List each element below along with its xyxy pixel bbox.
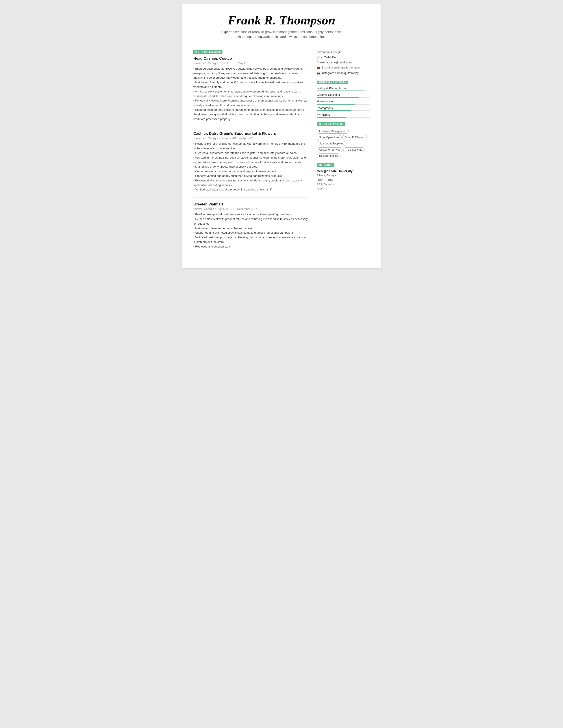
candidate-name: Frank R. Thompson: [193, 13, 370, 27]
interest-name: Photography: [317, 106, 370, 110]
bullet: • Properly verified age of any customer …: [193, 174, 308, 178]
linkedin-url: linkedin.com/in/frankrthompson: [322, 65, 361, 70]
interest-bar-bg: [317, 104, 370, 105]
interest-bar-fill: [317, 91, 364, 91]
job-bullets: • Responsible for providing our customer…: [193, 142, 308, 192]
skill-tag: POS Systems: [343, 147, 365, 152]
candidate-tagline: Experienced cashier ready to grow into m…: [215, 30, 348, 39]
bullet: • Helped sales desk with product returns…: [193, 217, 308, 226]
bullet: • Assisted in merchandising, such as sto…: [193, 155, 308, 165]
job-location-date: Atlanta, Georgia • August 2013 — Decembe…: [193, 207, 308, 211]
job-bullets: • Ensured each customer receives outstan…: [193, 67, 308, 122]
contact-instagram: 📷 instagram.com/in/quitefrankly: [317, 70, 370, 76]
interest-item: Homebrewing: [317, 100, 370, 105]
bullet: • Greeted all customers, operate the cas…: [193, 151, 308, 155]
bullet: • Verified cash balances at the beginnin…: [193, 187, 308, 192]
interest-bar-bg: [317, 91, 370, 91]
sidebar-column: Savannah, Georgia (912) 224-9452 frankth…: [317, 50, 370, 259]
bullet: • Periodically walked store to ensure aw…: [193, 98, 308, 108]
instagram-url: instagram.com/in/quitefrankly: [322, 70, 359, 76]
header-section: Frank R. Thompson Experienced cashier re…: [193, 13, 370, 44]
resume-container: Frank R. Thompson Experienced cashier re…: [182, 4, 381, 268]
bullet: • Validated customer purchase by checkin…: [193, 235, 308, 244]
interests-section: INTERESTS & HOBBIES Writing & Playing Mu…: [317, 80, 370, 118]
bullet: • Retrieved and stocked carts.: [193, 244, 308, 249]
bullet: • Maintained orderly appearance of check…: [193, 164, 308, 169]
contact-linkedin: 💼 linkedin.com/in/frankrthompson: [317, 65, 370, 70]
bullet: • Ensured each customer receives outstan…: [193, 67, 308, 80]
job-title: Cashier, Dairy Green's Supermarket & Flo…: [193, 131, 308, 136]
contact-phone: (912) 224-9452: [317, 55, 370, 60]
interest-item: Writing & Playing Music: [317, 87, 370, 91]
work-experience-label: WORK EXPERIENCE: [193, 50, 222, 54]
interests-label: INTERESTS & HOBBIES: [317, 81, 348, 84]
interest-bar-fill: [317, 110, 351, 111]
skill-tag: Customer Service: [317, 147, 343, 152]
edu-school: Georgia State University: [317, 169, 370, 173]
bullet: • Arrived to work station on time, appro…: [193, 89, 308, 99]
job-item: Head Cashier, Costco Savannah, Georgia •…: [193, 56, 308, 127]
edu-location: Atlanta, Georgia: [317, 173, 370, 178]
bullet: • Provided exceptional customer service …: [193, 212, 308, 217]
interests-list: Writing & Playing Music Ceramic Sculptin…: [317, 87, 370, 118]
job-location-date: Savannah, Georgia • April 2016 — May 201…: [193, 61, 308, 65]
skill-tag: Order Fulfillment: [342, 135, 367, 140]
job-location-date: Savannah, Georgia • January 2015 — April…: [193, 137, 308, 140]
job-title: Greeter, Walmart: [193, 202, 308, 207]
interest-bar-bg: [317, 97, 370, 98]
skill-tag: Store Operations: [317, 135, 342, 140]
interest-name: Fly Fishing: [317, 113, 370, 116]
skills-label: SKILLS & EXPERTISE: [317, 122, 345, 126]
interest-name: Ceramic Sculpting: [317, 93, 370, 96]
instagram-icon: 📷: [317, 71, 320, 75]
bullet: • Responsible for providing our customer…: [193, 142, 308, 151]
main-column: WORK EXPERIENCE Head Cashier, Costco Sav…: [193, 50, 308, 259]
education-label: EDUCATION: [317, 163, 334, 167]
interest-bar-fill: [317, 104, 355, 105]
job-title: Head Cashier, Costco: [193, 56, 308, 61]
job-bullets: • Provided exceptional customer service …: [193, 212, 308, 249]
interest-bar-bg: [317, 117, 370, 118]
skills-list: Inventory ManagementStore OperationsOrde…: [317, 128, 370, 159]
bullet: • Processed all customer sales transacti…: [193, 178, 308, 188]
skill-tag: Record Keeping: [317, 153, 341, 158]
linkedin-icon: 💼: [317, 66, 320, 69]
job-item: Greeter, Walmart Atlanta, Georgia • Augu…: [193, 202, 308, 254]
interest-item: Photography: [317, 106, 370, 111]
interest-item: Ceramic Sculpting: [317, 93, 370, 98]
education-section: EDUCATION Georgia State University Atlan…: [317, 163, 370, 191]
body-layout: WORK EXPERIENCE Head Cashier, Costco Sav…: [193, 50, 370, 259]
edu-dates: 2012 — 2016: [317, 178, 370, 182]
skill-tag: Inventory Management: [317, 129, 349, 134]
interest-bar-fill: [317, 117, 346, 118]
skill-tag: Stocking & Supplying: [317, 141, 346, 146]
bullet: • Maintained clean and orderly checkout …: [193, 226, 308, 231]
interest-bar-fill: [317, 97, 359, 98]
interest-bar-bg: [317, 110, 370, 111]
bullet: • Communicated customer concerns and req…: [193, 169, 308, 174]
job-item: Cashier, Dairy Green's Supermarket & Flo…: [193, 131, 308, 198]
interest-name: Homebrewing: [317, 100, 370, 103]
bullet: • Supported and promoted special sale it…: [193, 231, 308, 235]
interest-name: Writing & Playing Music: [317, 87, 370, 90]
bullet: • Ensured accurate and efficient operati…: [193, 108, 308, 121]
skills-section: SKILLS & EXPERTISE Inventory ManagementS…: [317, 122, 370, 159]
interest-item: Fly Fishing: [317, 113, 370, 118]
edu-gpa: GPA: 3.2: [317, 187, 370, 191]
bullet: • Maintained friendly and respectful dec…: [193, 80, 308, 89]
edu-degree: AAS, Ceramics: [317, 182, 370, 187]
contact-email: frankthompson@gmail.com: [317, 60, 370, 65]
contact-location: Savannah, Georgia: [317, 50, 370, 55]
contact-block: Savannah, Georgia (912) 224-9452 frankth…: [317, 50, 370, 76]
